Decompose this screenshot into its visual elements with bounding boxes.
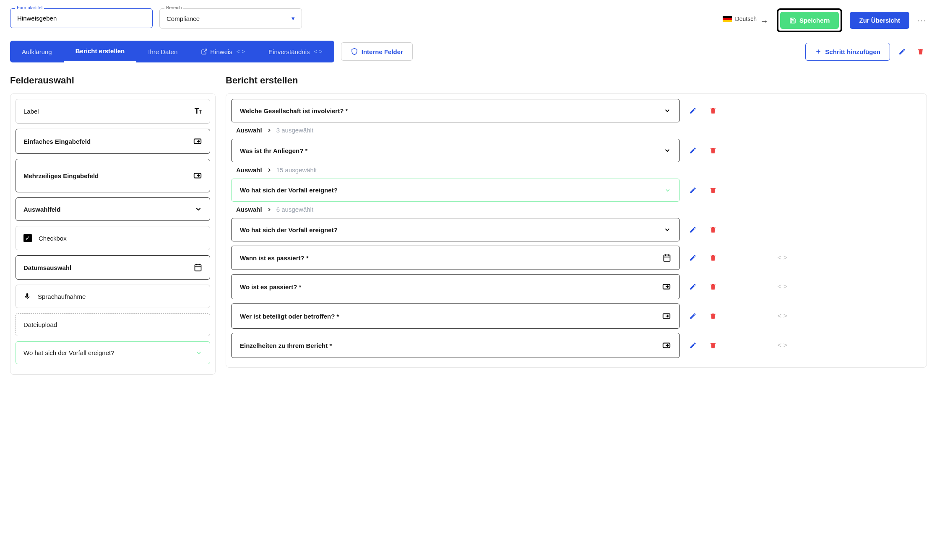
form-title-field[interactable]: Formulartitel [10, 8, 153, 28]
add-step-button[interactable]: Schritt hinzufügen [805, 43, 890, 61]
code-icon[interactable]: < > [778, 254, 787, 262]
field-type-icon [662, 341, 671, 350]
chevron-right-icon [266, 127, 272, 133]
field-label: Welche Gesellschaft ist involviert? * [240, 107, 348, 114]
palette-multiline-input[interactable]: Mehrzeiliges Eingabefeld [16, 159, 210, 192]
tab-einverstaendnis[interactable]: Einverständnis < > [257, 41, 334, 62]
chevron-right-icon [266, 207, 272, 213]
code-icon: < > [314, 48, 322, 55]
field-type-icon [664, 187, 671, 194]
checkbox-icon: ✓ [23, 234, 32, 242]
code-icon[interactable]: < > [778, 342, 787, 349]
palette-fileupload[interactable]: Dateiupload [16, 313, 210, 336]
mic-icon [23, 293, 31, 300]
palette-date[interactable]: Datumsauswahl [16, 255, 210, 280]
delete-field-icon[interactable] [707, 280, 719, 293]
form-field-card[interactable]: Was ist Ihr Anliegen? * [231, 139, 680, 162]
field-type-icon [664, 147, 671, 154]
palette-checkbox[interactable]: ✓ Checkbox [16, 226, 210, 250]
code-icon: < > [237, 48, 245, 55]
edit-step-icon[interactable] [896, 45, 908, 58]
field-label: Wer ist beteiligt oder betroffen? * [240, 313, 339, 320]
delete-field-icon[interactable] [707, 104, 719, 117]
meta-label: Auswahl [236, 206, 262, 213]
form-field-card[interactable]: Wo ist es passiert? * [231, 274, 680, 299]
shield-icon [351, 48, 358, 55]
annotation-arrow: → [760, 16, 768, 26]
text-icon: TT [195, 107, 202, 116]
field-label: Wo hat sich der Vorfall ereignet? [240, 226, 338, 233]
edit-field-icon[interactable] [687, 251, 699, 264]
delete-field-icon[interactable] [707, 339, 719, 352]
delete-step-icon[interactable] [914, 45, 927, 58]
field-label: Einzelheiten zu Ihrem Bericht * [240, 342, 332, 349]
save-icon [789, 17, 796, 24]
delete-field-icon[interactable] [707, 144, 719, 157]
meta-count: 3 ausgewählt [276, 127, 313, 134]
field-label: Was ist Ihr Anliegen? * [240, 147, 307, 154]
tab-aufklaerung[interactable]: Aufklärung [10, 41, 64, 62]
field-type-icon [664, 107, 671, 114]
area-field[interactable]: Bereich Compliance ▾ [159, 8, 302, 29]
input-icon [193, 171, 202, 180]
plus-icon [815, 48, 822, 55]
save-button[interactable]: Speichern [780, 12, 839, 29]
chevron-down-icon [195, 350, 202, 356]
palette-voice[interactable]: Sprachaufnahme [16, 285, 210, 308]
form-field-card[interactable]: Einzelheiten zu Ihrem Bericht * [231, 333, 680, 358]
delete-field-icon[interactable] [707, 310, 719, 322]
step-tabs: Aufklärung Bericht erstellen Ihre Daten … [10, 41, 334, 62]
edit-field-icon[interactable] [687, 184, 699, 197]
field-label: Wo ist es passiert? * [240, 283, 301, 290]
field-type-icon [664, 226, 671, 233]
edit-field-icon[interactable] [687, 104, 699, 117]
area-value: Compliance [167, 15, 200, 22]
overview-button[interactable]: Zur Übersicht [850, 12, 909, 29]
form-field-card[interactable]: Wo hat sich der Vorfall ereignet? [231, 218, 680, 241]
input-icon [193, 137, 202, 146]
area-select[interactable]: Compliance ▾ [159, 8, 302, 29]
form-field-card[interactable]: Wo hat sich der Vorfall ereignet? [231, 179, 680, 202]
svg-line-0 [204, 49, 207, 52]
save-highlight-annotation: Speichern [777, 8, 843, 32]
palette-custom-field[interactable]: Wo hat sich der Vorfall ereignet? [16, 341, 210, 364]
language-label: Deutsch [735, 16, 757, 22]
tab-ihre-daten[interactable]: Ihre Daten [136, 41, 189, 62]
field-palette: Label TT Einfaches Eingabefeld Mehrzeili… [10, 93, 216, 375]
edit-field-icon[interactable] [687, 280, 699, 293]
palette-simple-input[interactable]: Einfaches Eingabefeld [16, 129, 210, 154]
delete-field-icon[interactable] [707, 251, 719, 264]
delete-field-icon[interactable] [707, 223, 719, 236]
edit-field-icon[interactable] [687, 144, 699, 157]
area-label: Bereich [164, 5, 183, 10]
form-builder-canvas: Welche Gesellschaft ist involviert? * Au… [226, 93, 927, 368]
edit-field-icon[interactable] [687, 223, 699, 236]
svg-rect-9 [664, 255, 670, 261]
form-field-card[interactable]: Wer ist beteiligt oder betroffen? * [231, 303, 680, 329]
field-type-icon [662, 282, 671, 291]
palette-select[interactable]: Auswahlfeld [16, 197, 210, 221]
field-label: Wo hat sich der Vorfall ereignet? [240, 187, 338, 194]
form-title-input[interactable] [10, 8, 153, 28]
meta-label: Auswahl [236, 166, 262, 174]
form-field-card[interactable]: Wann ist es passiert? * [231, 246, 680, 270]
more-menu-icon[interactable]: ⋯ [917, 15, 927, 26]
code-icon[interactable]: < > [778, 283, 787, 290]
code-icon[interactable]: < > [778, 312, 787, 320]
svg-rect-5 [195, 264, 201, 271]
delete-field-icon[interactable] [707, 184, 719, 197]
form-builder-title: Bericht erstellen [226, 75, 927, 86]
edit-field-icon[interactable] [687, 339, 699, 352]
form-title-label: Formulartitel [15, 5, 44, 10]
palette-label[interactable]: Label TT [16, 99, 210, 124]
chevron-right-icon [266, 167, 272, 173]
internal-fields-button[interactable]: Interne Felder [341, 42, 413, 61]
tab-bericht-erstellen[interactable]: Bericht erstellen [64, 41, 137, 62]
form-field-card[interactable]: Welche Gesellschaft ist involviert? * [231, 99, 680, 122]
language-selector[interactable]: Deutsch → [723, 16, 757, 25]
tab-hinweis[interactable]: Hinweis < > [189, 41, 257, 62]
overview-label: Zur Übersicht [859, 17, 900, 24]
chevron-down-icon [195, 205, 202, 213]
save-label: Speichern [799, 17, 830, 24]
edit-field-icon[interactable] [687, 310, 699, 322]
